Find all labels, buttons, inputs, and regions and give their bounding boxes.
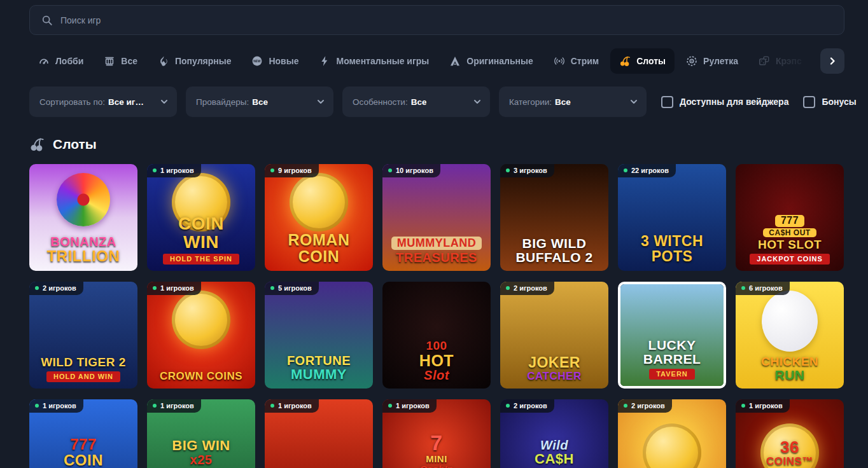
all-games-icon [104,55,115,67]
game-tile-777-cash-out-hot-slot[interactable]: 777CA$H OUTHOT SLOTJACKPOT COINS [736,164,844,271]
nav-tab[interactable]: Оригинальные [440,48,542,74]
game-title-line: BIG WIN [172,439,230,453]
game-banner: HOLD THE SPIN [163,254,239,265]
game-tile-chicken-run[interactable]: CHICKENRUN 6 игроков [736,282,844,389]
categories-dropdown[interactable]: Категории: Все [499,86,647,117]
search-bar[interactable] [29,5,844,35]
page-title: Слоты [53,137,97,152]
chevron-down-icon [317,98,325,106]
game-tile-3-witch-pots[interactable]: 3 WITCHPOTS 22 игроков [618,164,726,271]
game-tile-coin-win[interactable]: COINWINHOLD THE SPIN 1 игроков [147,164,255,271]
filter-value: Все [411,97,427,107]
game-tile-big-wild-buffalo-2[interactable]: BIG WILDBUFFALO 2 3 игроков [500,164,608,271]
players-count: 3 игроков [514,167,547,174]
players-count: 1 игроков [160,402,194,410]
game-tile-piggy-gold[interactable]: 2 игроков [618,399,726,468]
online-dot-icon [153,404,157,408]
players-count: 2 игроков [43,284,76,292]
players-count: 1 игроков [396,402,430,410]
game-tile-bonanza-trillion[interactable]: BONANZATRILLION [29,164,137,271]
nav-tab[interactable]: Моментальные игры [310,48,438,74]
nav-tab-label: Популярные [175,56,231,66]
craps-icon [759,55,770,67]
nav-tab[interactable]: Все [95,48,146,74]
game-title-line: HOT SLOT [758,238,822,251]
players-badge: 1 игроков [736,399,790,413]
filter-value: Все иг… [108,97,144,107]
chevron-down-icon [473,98,481,106]
online-dot-icon [153,169,157,172]
flame-icon [158,55,169,67]
game-tile-big-win-x25[interactable]: BIG WINx25 1 игроков [147,399,255,468]
nav-tabs: Лобби Все Популярные NEW Новые Моменталь… [29,48,814,74]
online-dot-icon [270,286,274,290]
online-dot-icon [624,169,627,172]
game-tile-wild-tiger-2[interactable]: WILD TIGER 2HOLD AND WIN 2 игроков [29,282,137,389]
game-title-line: WIN [183,233,219,251]
game-tile-joker-bells[interactable]: 1 игроков [265,399,373,468]
players-badge: 1 игроков [265,399,319,413]
game-art-text: CHICKENRUN [736,282,844,389]
players-count: 1 игроков [160,167,194,174]
game-tile-fortune-mummy[interactable]: FORTUNEMUMMY 5 игроков [265,282,373,389]
nav-tab[interactable]: Лобби [29,48,92,74]
game-tile-36-coins[interactable]: 36COINS™ 1 игроков [736,399,844,468]
game-title-line: Wild [540,439,568,452]
nav-tab-label: Новые [269,56,298,66]
game-title-line: MUMMY [291,368,347,382]
players-count: 2 игроков [514,402,547,410]
cherry-icon [619,55,631,67]
nav-tab[interactable]: Популярные [149,48,240,74]
game-tile-roman-coin[interactable]: ROMANCOIN 9 игроков [265,164,373,271]
nav-tab-label: Моментальные игры [336,56,429,66]
nav-tab[interactable]: Рулетка [677,48,747,74]
players-count: 6 игроков [749,284,783,292]
game-title-line: TRILLION [47,249,120,265]
features-dropdown[interactable]: Особенности: Все [342,86,490,117]
game-tile-lucky-barrel-tavern[interactable]: LUCKYBARRELTAVERN [618,282,726,389]
online-dot-icon [270,404,274,408]
game-banner: HOLD AND WIN [46,371,120,382]
players-badge: 1 игроков [147,399,201,413]
players-badge: 2 игроков [500,399,554,413]
game-tile-7-mini-cashn[interactable]: 7MINICash'n 1 игроков [382,399,491,468]
game-tile-100-hot-slot[interactable]: 100HOTSlot [382,282,491,389]
game-title-line: 36 [780,439,799,456]
game-banner: TAVERN [649,369,695,380]
nav-tab[interactable]: Крэпс [750,48,811,74]
game-title-line: 3 WITCH [641,234,703,249]
new-badge-icon: NEW [251,55,263,67]
game-tile-mummyland-treasures[interactable]: MUMMYLANDTREASURES 10 игроков [382,164,491,271]
game-art-text: LUCKYBARRELTAVERN [620,284,724,386]
wager-available-checkbox[interactable]: Доступны для вейджера [661,96,788,108]
game-tile-crown-coins[interactable]: CROWN COINS 1 игроков [147,282,255,389]
game-tile-wild-cash[interactable]: WildCA$H 2 игроков [500,399,608,468]
nav-tab[interactable]: Слоты [610,48,675,74]
game-title-line: BONANZA [50,235,116,249]
bonuses-checkbox[interactable]: Бонусы [803,96,856,108]
game-art-text: COINWINHOLD THE SPIN [147,164,255,271]
checkbox-label: Доступны для вейджера [680,97,788,107]
chevron-right-icon [828,57,837,65]
sort-dropdown[interactable]: Сортировать по: Все иг… [29,86,177,117]
online-dot-icon [388,169,392,172]
nav-scroll-right-button[interactable] [820,48,844,74]
search-input[interactable] [60,15,832,25]
providers-dropdown[interactable]: Провайдеры: Все [186,86,333,117]
filter-label: Категории: [509,97,552,107]
game-nav: Лобби Все Популярные NEW Новые Моменталь… [29,48,844,74]
svg-text:NEW: NEW [254,60,262,63]
game-title-line: CROWN COINS [160,371,242,382]
game-tile-joker-catcher[interactable]: JOKERCATCHER 2 игроков [500,282,608,389]
nav-tab[interactable]: NEW Новые [242,48,307,74]
game-title-line: BARREL [643,352,701,366]
game-art-text: 777CA$H OUTHOT SLOTJACKPOT COINS [736,164,844,271]
game-title-line: ROMAN [288,231,350,248]
nav-tab-label: Оригинальные [466,56,533,66]
players-badge: 1 игроков [147,282,201,295]
game-art-text: WILD TIGER 2HOLD AND WIN [29,282,137,389]
game-tile-777-coin-battle[interactable]: 777COIN 1 игроков [29,399,137,468]
players-badge: 1 игроков [29,399,83,413]
nav-tab-label: Стрим [571,56,599,66]
nav-tab[interactable]: Стрим [545,48,608,74]
